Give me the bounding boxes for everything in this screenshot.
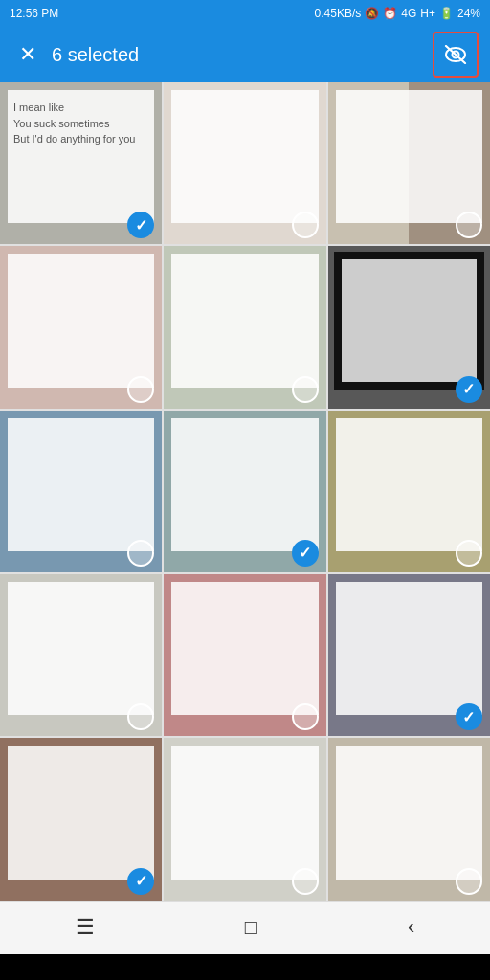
photo-cell[interactable] [164,738,325,900]
status-icons-area: 0.45KB/s 🔕 ⏰ 4G H+ 🔋 24% [315,7,480,20]
photo-grid: I mean likeYou suck sometimesBut I'd do … [0,82,490,901]
signal-4g: 4G [401,7,416,20]
battery-percent: 24% [457,7,480,20]
hide-button[interactable] [433,32,479,78]
photo-cell[interactable] [0,574,162,736]
photo-cell[interactable] [0,411,162,572]
selection-circle[interactable] [456,868,482,895]
hide-icon [443,45,468,64]
photo-cell[interactable] [328,574,490,736]
selection-circle[interactable] [292,540,319,567]
photo-cell[interactable] [328,82,490,244]
signal-hplus: H+ [420,7,435,20]
back-icon[interactable]: ‹ [389,905,434,949]
photo-cell[interactable] [164,246,325,408]
navigation-bar: ☰ □ ‹ [0,901,490,954]
home-icon[interactable]: □ [226,905,277,949]
battery-icon: 🔋 [439,7,454,20]
action-bar: ✕ 6 selected [0,27,490,82]
menu-icon[interactable]: ☰ [56,905,114,949]
alarm-icon: 🔕 [365,7,379,20]
time: 12:56 PM [10,7,58,20]
close-button[interactable]: ✕ [11,34,44,75]
network-speed: 0.45KB/s [315,7,362,20]
photo-text-note: I mean likeYou suck sometimesBut I'd do … [13,100,135,147]
photo-cell[interactable] [164,82,325,244]
selection-circle[interactable] [292,212,319,238]
selection-circle[interactable] [127,376,154,403]
photo-cell[interactable] [328,246,490,408]
photo-cell[interactable] [164,574,325,736]
clock-icon: ⏰ [383,7,397,20]
selection-circle[interactable] [456,376,482,403]
selection-count-title: 6 selected [52,44,433,66]
photo-cell[interactable] [328,738,490,900]
photo-cell[interactable]: I mean likeYou suck sometimesBut I'd do … [0,82,162,244]
photo-cell[interactable] [164,411,325,572]
status-bar: 12:56 PM 0.45KB/s 🔕 ⏰ 4G H+ 🔋 24% [0,0,490,27]
photo-cell[interactable] [0,738,162,900]
photo-cell[interactable] [328,411,490,572]
selection-circle[interactable] [292,376,319,403]
photo-cell[interactable] [0,246,162,408]
selection-circle[interactable] [292,868,319,895]
selection-circle[interactable] [456,540,482,567]
selection-circle[interactable] [127,868,154,895]
status-time-area: 12:56 PM [10,7,58,20]
selection-circle[interactable] [292,703,319,730]
